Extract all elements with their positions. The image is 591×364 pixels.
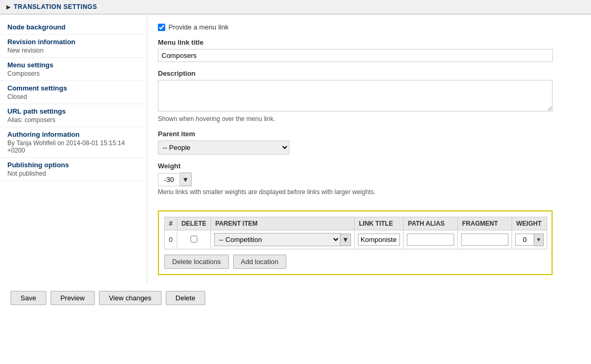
sidebar-item-url-path-settings-title[interactable]: URL path settings: [7, 107, 139, 115]
weight-group: Weight ▼ Menu links with smaller weights…: [158, 162, 580, 196]
col-header-path-alias: PATH ALIAS: [404, 217, 458, 230]
sidebar-item-revision-information[interactable]: Revision information New revision: [0, 35, 147, 58]
row-weight-cell: ▼: [512, 230, 547, 249]
locations-table: # DELETE PARENT ITEM LINK TITLE PATH ALI…: [164, 217, 547, 249]
view-changes-button[interactable]: View changes: [99, 291, 162, 305]
sidebar-item-node-background-title[interactable]: Node background: [7, 23, 139, 31]
sidebar-item-publishing-options[interactable]: Publishing options Not published: [0, 158, 147, 181]
sidebar-item-revision-information-sub: New revision: [7, 47, 139, 54]
row-fragment-input[interactable]: [461, 234, 508, 246]
weight-row: ▼: [158, 173, 580, 186]
sidebar-item-menu-settings-sub: Composers: [7, 70, 139, 77]
sidebar-item-publishing-options-sub: Not published: [7, 170, 139, 177]
weight-label: Weight: [158, 162, 580, 170]
col-header-weight: WEIGHT: [512, 217, 547, 230]
row-weight-row: ▼: [515, 234, 544, 246]
sidebar-item-comment-settings-sub: Closed: [7, 93, 139, 100]
row-link-title-cell: [355, 230, 404, 249]
sidebar-item-url-path-settings-sub: Alias: composers: [7, 116, 139, 124]
weight-input[interactable]: [158, 173, 180, 186]
competition-select-row: -- Competition -- People ▼: [214, 233, 351, 246]
sidebar-item-menu-settings[interactable]: Menu settings Composers: [0, 58, 147, 81]
action-buttons: Delete locations Add location: [164, 255, 546, 269]
row-path-alias-cell: [404, 230, 458, 249]
sidebar-item-authoring-information-sub: By Tanja Wohlfeil on 2014-08-01 15:15:14…: [7, 139, 139, 154]
row-num: 0: [165, 230, 177, 249]
sidebar-item-menu-settings-title[interactable]: Menu settings: [7, 61, 139, 69]
row-delete-checkbox[interactable]: [191, 236, 197, 242]
content-area: Provide a menu link Menu link title Desc…: [147, 15, 591, 284]
sidebar-item-comment-settings[interactable]: Comment settings Closed: [0, 81, 147, 104]
sidebar-item-comment-settings-title[interactable]: Comment settings: [7, 84, 139, 92]
row-weight-input[interactable]: [515, 234, 534, 246]
parent-item-row: -- People -- Competition <root>: [158, 140, 580, 155]
locations-section: # DELETE PARENT ITEM LINK TITLE PATH ALI…: [158, 210, 553, 275]
description-textarea[interactable]: [158, 80, 553, 112]
sidebar-item-authoring-information-title[interactable]: Authoring information: [7, 130, 139, 138]
sidebar-item-node-background[interactable]: Node background: [0, 20, 147, 35]
delete-button[interactable]: Delete: [166, 291, 206, 305]
row-link-title-input[interactable]: [358, 234, 400, 246]
description-label: Description: [158, 69, 580, 77]
competition-dropdown-button[interactable]: ▼: [340, 234, 351, 246]
col-header-delete: DELETE: [177, 217, 211, 230]
col-header-link-title: LINK TITLE: [355, 217, 404, 230]
col-header-num: #: [165, 217, 177, 230]
sidebar-item-authoring-information[interactable]: Authoring information By Tanja Wohlfeil …: [0, 127, 147, 158]
parent-item-select[interactable]: -- People -- Competition <root>: [158, 140, 289, 155]
provide-menu-link-label: Provide a menu link: [168, 23, 228, 31]
col-header-parent-item: PARENT ITEM: [211, 217, 355, 230]
translation-settings-bar: ▶ TRANSLATION SETTINGS: [0, 0, 591, 14]
row-delete-cell: [177, 230, 211, 249]
description-group: Description Shown when hovering over the…: [158, 69, 580, 123]
sidebar: Node background Revision information New…: [0, 15, 147, 284]
parent-item-group: Parent item -- People -- Competition <ro…: [158, 130, 580, 155]
weight-dropdown-button[interactable]: ▼: [180, 173, 192, 186]
description-hint: Shown when hovering over the menu link.: [158, 115, 580, 123]
translation-bar-title: TRANSLATION SETTINGS: [14, 3, 97, 11]
menu-link-title-label: Menu link title: [158, 38, 580, 46]
translation-bar-arrow: ▶: [6, 4, 11, 11]
col-header-fragment: FRAGMENT: [458, 217, 512, 230]
competition-select[interactable]: -- Competition -- People: [214, 233, 340, 246]
bottom-buttons: Save Preview View changes Delete: [0, 284, 591, 312]
sidebar-item-revision-information-title[interactable]: Revision information: [7, 38, 139, 46]
preview-button[interactable]: Preview: [51, 291, 95, 305]
page-wrapper: ▶ TRANSLATION SETTINGS Node background R…: [0, 0, 591, 364]
row-path-alias-input[interactable]: [407, 234, 454, 246]
main-layout: Node background Revision information New…: [0, 15, 591, 284]
save-button[interactable]: Save: [11, 291, 46, 305]
row-fragment-cell: [458, 230, 512, 249]
sidebar-item-publishing-options-title[interactable]: Publishing options: [7, 161, 139, 169]
add-location-button[interactable]: Add location: [233, 255, 287, 269]
sidebar-item-url-path-settings[interactable]: URL path settings Alias: composers: [0, 104, 147, 127]
delete-locations-button[interactable]: Delete locations: [164, 255, 229, 269]
weight-hint: Menu links with smaller weights are disp…: [158, 188, 580, 196]
row-weight-dropdown-button[interactable]: ▼: [534, 234, 544, 246]
provide-menu-link-checkbox[interactable]: [158, 24, 165, 31]
provide-menu-link-row: Provide a menu link: [158, 23, 580, 31]
menu-link-title-input[interactable]: [158, 49, 553, 62]
menu-link-title-group: Menu link title: [158, 38, 580, 62]
table-row: 0 -- Competition -- People: [165, 230, 547, 249]
row-parent-item-cell: -- Competition -- People ▼: [211, 230, 355, 249]
parent-item-label: Parent item: [158, 130, 580, 138]
